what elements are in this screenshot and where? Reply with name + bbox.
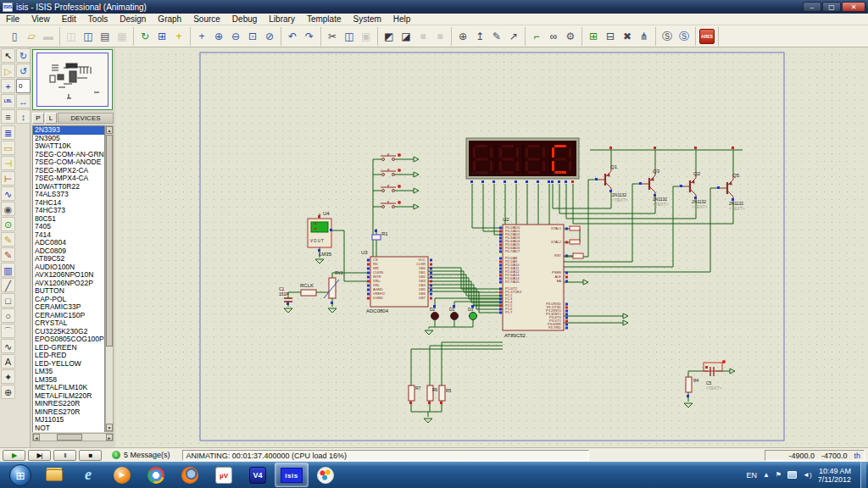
reset-part[interactable] [573,253,583,258]
stop-button[interactable]: ■ [79,450,102,461]
network-icon[interactable] [787,471,797,479]
new-sheet-icon[interactable]: ⊞ [586,29,601,44]
menu-item[interactable]: Edit [56,14,82,25]
mirror-vertical-icon[interactable]: ↕ [16,109,31,124]
wire-autorouter-icon[interactable]: ⌐ [529,29,544,44]
virtual-instruments-mode-icon[interactable]: ▥ [1,263,15,277]
property-assignment-icon[interactable]: ⚙ [563,29,578,44]
undo-icon[interactable]: ↶ [285,29,300,44]
reset-circuit[interactable] [686,360,726,392]
make-device-icon[interactable]: ↥ [472,29,487,44]
search-tag-icon[interactable]: ∞ [546,29,561,44]
maximize-button[interactable]: ▢ [822,2,841,12]
rotate-clockwise-icon[interactable]: ↻ [16,48,31,63]
mark-output-area-icon[interactable]: ▦ [114,29,130,44]
pick-parts-icon[interactable]: ⊕ [455,29,470,44]
led-indicators[interactable] [431,313,477,320]
packaging-tool-icon[interactable]: ✎ [489,29,504,44]
close-button[interactable]: ✕ [842,2,865,12]
center-at-cursor-icon[interactable]: + [194,29,209,44]
scroll-right-arrow[interactable]: ► [106,434,113,441]
zoom-in-icon[interactable]: ⊕ [211,29,226,44]
seven-segment-display[interactable] [466,138,579,179]
zoom-area-icon[interactable]: ⊡ [245,29,260,44]
crystal-part[interactable] [570,226,580,230]
false-origin-icon[interactable]: + [171,29,186,44]
scroll-down-arrow[interactable]: ▼ [106,424,113,431]
play-button[interactable]: ▶ [3,450,25,461]
taskbar-keil-icon-button[interactable]: µV [207,463,241,487]
2d-text-icon[interactable]: A [1,354,15,369]
text-script-icon[interactable]: Ⓢ [659,29,675,44]
generator-mode-icon[interactable]: ⊙ [1,217,15,231]
paste-icon[interactable]: ▣ [359,29,374,44]
horizontal-scroll-thumb[interactable] [57,434,82,441]
schematic-canvas[interactable]: ABCDEFG DP1234U4VOUTLM35U3ADC0804R1U2AT8… [115,47,868,447]
open-design-icon[interactable]: ▱ [24,29,39,44]
menu-item[interactable]: Help [387,14,417,25]
overview-window[interactable] [32,49,113,110]
minimize-button[interactable]: – [803,2,821,12]
taskbar-ie-icon-button[interactable]: e [71,463,105,487]
import-section-icon[interactable]: ◫ [64,29,79,44]
scroll-left-arrow[interactable]: ◄ [33,434,40,441]
push-buttons[interactable] [381,153,396,208]
menu-item[interactable]: System [347,14,387,25]
device-pins-mode-icon[interactable]: ⊢ [1,171,15,186]
new-design-icon[interactable]: ▯ [7,29,22,44]
volume-icon[interactable]: ◄) [803,471,812,479]
clock-network[interactable] [284,278,339,302]
menu-item[interactable]: File [0,14,25,25]
attach-script-icon[interactable]: Ⓢ [676,29,692,44]
pause-button[interactable]: ‖ [53,450,76,461]
text-script-mode-icon[interactable]: ≡ [1,109,15,124]
message-info-icon[interactable]: i [112,451,120,459]
taskbar-explorer-icon-button[interactable] [37,463,71,487]
2d-symbol-icon[interactable]: ✦ [1,369,15,384]
current-probe-mode-icon[interactable]: ✎ [1,247,15,262]
netlist-to-ares-icon[interactable]: ARES [699,29,715,44]
2d-arc-icon[interactable]: ⌒ [1,324,15,338]
adc0804-chip[interactable] [370,257,428,307]
device-list-item[interactable]: NOT [33,424,104,433]
menu-item[interactable]: Source [187,14,226,25]
block-delete-icon[interactable]: ■ [432,29,448,44]
goto-parent-sheet-icon[interactable]: ✖ [620,29,635,44]
tape-recorder-mode-icon[interactable]: ◉ [1,202,15,216]
buses-mode-icon[interactable]: ≣ [1,125,15,140]
resistor-bank[interactable] [409,385,445,401]
taskbar-clock[interactable]: 10:49 AM 7/11/2012 [818,467,851,484]
device-list-horizontal-scrollbar[interactable]: ◄ ► [32,433,114,441]
cut-icon[interactable]: ✂ [325,29,340,44]
start-button-button[interactable]: ⊞ [3,463,37,487]
save-design-icon[interactable]: ▬ [41,29,56,44]
resistor-r1[interactable] [372,235,381,240]
message-count[interactable]: 5 Message(s) [124,451,170,459]
component-mode-icon[interactable]: ▷ [1,64,15,78]
step-button[interactable]: ▶| [28,450,51,461]
2d-line-icon[interactable]: ╱ [1,278,15,292]
2d-box-icon[interactable]: □ [1,293,15,308]
title-bar[interactable]: ISIS isis - ISIS Professional (Animating… [0,0,868,14]
marker-icon[interactable]: ⊕ [1,385,15,399]
mirror-horizontal-icon[interactable]: ↔ [16,94,31,108]
taskbar-firefox-icon-button[interactable] [173,463,207,487]
taskbar-chrome-icon-button[interactable] [139,463,173,487]
hidden-icons-button[interactable]: ▲ [763,471,770,479]
copy-icon[interactable]: ◫ [342,29,357,44]
at89c52-chip[interactable] [503,225,564,330]
menu-item[interactable]: Library [263,14,301,25]
block-rotate-icon[interactable]: ■ [415,29,431,44]
device-list-vertical-scrollbar[interactable]: ▲ ▼ [105,125,114,432]
menu-item[interactable]: View [25,14,56,25]
redo-icon[interactable]: ↷ [302,29,317,44]
graph-mode-icon[interactable]: ∿ [1,186,15,201]
show-desktop-button[interactable] [860,462,866,488]
toggle-grid-icon[interactable]: ⊞ [154,29,170,44]
menu-item[interactable]: Graph [152,14,187,25]
scroll-up-arrow[interactable]: ▲ [106,126,113,134]
lm35-sensor[interactable] [308,219,331,247]
voltage-probe-mode-icon[interactable]: ✎ [1,232,15,247]
block-copy-icon[interactable]: ◩ [381,29,397,44]
menu-item[interactable]: Design [114,14,152,25]
